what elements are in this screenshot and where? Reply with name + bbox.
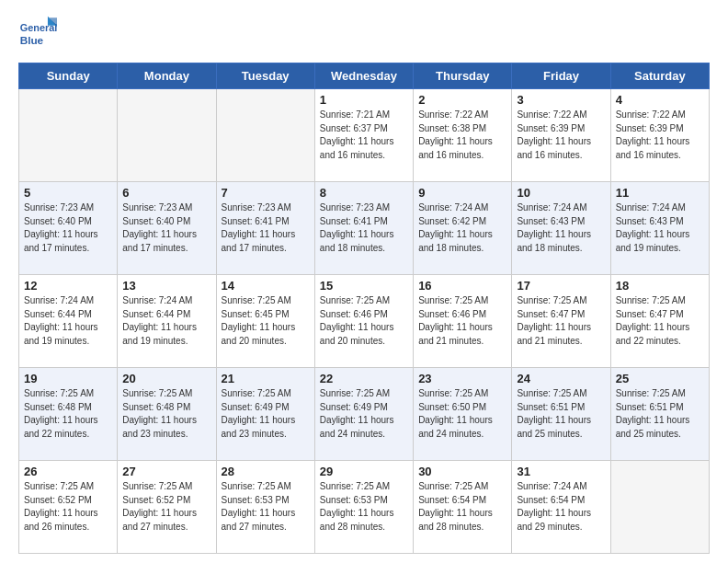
- day-info: Sunrise: 7:25 AMSunset: 6:51 PMDaylight:…: [517, 388, 591, 439]
- day-number: 12: [24, 279, 112, 293]
- day-info: Sunrise: 7:25 AMSunset: 6:51 PMDaylight:…: [616, 388, 690, 439]
- day-info: Sunrise: 7:23 AMSunset: 6:40 PMDaylight:…: [24, 202, 98, 253]
- day-number: 8: [320, 186, 408, 200]
- day-number: 10: [517, 186, 605, 200]
- calendar-day-cell: 16 Sunrise: 7:25 AMSunset: 6:46 PMDaylig…: [414, 275, 512, 368]
- calendar-day-cell: 22 Sunrise: 7:25 AMSunset: 6:49 PMDaylig…: [314, 368, 413, 461]
- calendar-week-row: 26 Sunrise: 7:25 AMSunset: 6:52 PMDaylig…: [19, 461, 710, 554]
- calendar-day-cell: 5 Sunrise: 7:23 AMSunset: 6:40 PMDayligh…: [19, 182, 118, 275]
- calendar-day-cell: 2 Sunrise: 7:22 AMSunset: 6:38 PMDayligh…: [414, 89, 512, 182]
- calendar-day-cell: 23 Sunrise: 7:25 AMSunset: 6:50 PMDaylig…: [414, 368, 512, 461]
- day-number: 5: [24, 186, 112, 200]
- day-info: Sunrise: 7:25 AMSunset: 6:47 PMDaylight:…: [616, 295, 690, 346]
- calendar-day-cell: 6 Sunrise: 7:23 AMSunset: 6:40 PMDayligh…: [118, 182, 216, 275]
- calendar-day-cell: 8 Sunrise: 7:23 AMSunset: 6:41 PMDayligh…: [314, 182, 413, 275]
- day-number: 3: [517, 93, 605, 107]
- calendar-day-cell: 17 Sunrise: 7:25 AMSunset: 6:47 PMDaylig…: [512, 275, 610, 368]
- day-info: Sunrise: 7:25 AMSunset: 6:49 PMDaylight:…: [320, 388, 394, 439]
- day-info: Sunrise: 7:22 AMSunset: 6:39 PMDaylight:…: [616, 109, 690, 160]
- day-info: Sunrise: 7:25 AMSunset: 6:50 PMDaylight:…: [418, 388, 493, 439]
- calendar-header-cell: Tuesday: [216, 63, 314, 89]
- calendar-body: 1 Sunrise: 7:21 AMSunset: 6:37 PMDayligh…: [19, 89, 710, 554]
- day-info: Sunrise: 7:23 AMSunset: 6:40 PMDaylight:…: [122, 202, 197, 253]
- calendar-day-cell: 25 Sunrise: 7:25 AMSunset: 6:51 PMDaylig…: [610, 368, 709, 461]
- day-number: 18: [616, 279, 704, 293]
- logo: General Blue: [18, 15, 59, 53]
- day-number: 21: [222, 372, 310, 385]
- calendar-day-cell: 3 Sunrise: 7:22 AMSunset: 6:39 PMDayligh…: [512, 89, 610, 182]
- day-info: Sunrise: 7:21 AMSunset: 6:37 PMDaylight:…: [320, 109, 394, 160]
- day-info: Sunrise: 7:24 AMSunset: 6:44 PMDaylight:…: [122, 295, 197, 346]
- day-info: Sunrise: 7:25 AMSunset: 6:53 PMDaylight:…: [320, 481, 394, 532]
- calendar-day-cell: 15 Sunrise: 7:25 AMSunset: 6:46 PMDaylig…: [314, 275, 413, 368]
- calendar-day-cell: 10 Sunrise: 7:24 AMSunset: 6:43 PMDaylig…: [512, 182, 610, 275]
- calendar-day-cell: [118, 89, 216, 182]
- calendar-day-cell: 13 Sunrise: 7:24 AMSunset: 6:44 PMDaylig…: [118, 275, 216, 368]
- calendar-header-row: SundayMondayTuesdayWednesdayThursdayFrid…: [19, 63, 710, 89]
- page: General Blue SundayMondayTuesdayWednesda…: [0, 0, 728, 563]
- calendar-day-cell: 11 Sunrise: 7:24 AMSunset: 6:43 PMDaylig…: [610, 182, 709, 275]
- day-info: Sunrise: 7:25 AMSunset: 6:49 PMDaylight:…: [222, 388, 296, 439]
- calendar-header-cell: Thursday: [414, 63, 512, 89]
- calendar-header-cell: Sunday: [19, 63, 118, 89]
- day-number: 27: [122, 465, 210, 478]
- day-info: Sunrise: 7:25 AMSunset: 6:52 PMDaylight:…: [24, 481, 98, 532]
- day-number: 6: [122, 186, 210, 200]
- day-info: Sunrise: 7:25 AMSunset: 6:53 PMDaylight:…: [222, 481, 296, 532]
- calendar-day-cell: 4 Sunrise: 7:22 AMSunset: 6:39 PMDayligh…: [610, 89, 709, 182]
- day-number: 1: [320, 93, 408, 107]
- calendar-day-cell: 27 Sunrise: 7:25 AMSunset: 6:52 PMDaylig…: [118, 461, 216, 554]
- day-number: 9: [418, 186, 506, 200]
- day-number: 14: [222, 279, 310, 293]
- calendar-day-cell: 1 Sunrise: 7:21 AMSunset: 6:37 PMDayligh…: [314, 89, 413, 182]
- header: General Blue: [18, 15, 710, 53]
- calendar-day-cell: 9 Sunrise: 7:24 AMSunset: 6:42 PMDayligh…: [414, 182, 512, 275]
- day-number: 30: [418, 465, 506, 478]
- day-info: Sunrise: 7:25 AMSunset: 6:46 PMDaylight:…: [418, 295, 493, 346]
- day-number: 15: [320, 279, 408, 293]
- calendar-day-cell: 20 Sunrise: 7:25 AMSunset: 6:48 PMDaylig…: [118, 368, 216, 461]
- day-number: 11: [616, 186, 704, 200]
- day-info: Sunrise: 7:25 AMSunset: 6:45 PMDaylight:…: [222, 295, 296, 346]
- day-number: 29: [320, 465, 408, 478]
- day-info: Sunrise: 7:24 AMSunset: 6:43 PMDaylight:…: [517, 202, 591, 253]
- day-number: 25: [616, 372, 704, 385]
- day-number: 22: [320, 372, 408, 385]
- calendar-week-row: 19 Sunrise: 7:25 AMSunset: 6:48 PMDaylig…: [19, 368, 710, 461]
- day-info: Sunrise: 7:25 AMSunset: 6:47 PMDaylight:…: [517, 295, 591, 346]
- day-number: 4: [616, 93, 704, 107]
- calendar-table: SundayMondayTuesdayWednesdayThursdayFrid…: [18, 63, 710, 554]
- calendar-day-cell: [610, 461, 709, 554]
- day-number: 2: [418, 93, 506, 107]
- day-number: 20: [122, 372, 210, 385]
- day-number: 26: [24, 465, 112, 478]
- day-number: 28: [222, 465, 310, 478]
- day-number: 31: [517, 465, 605, 478]
- day-info: Sunrise: 7:25 AMSunset: 6:48 PMDaylight:…: [122, 388, 197, 439]
- day-number: 7: [222, 186, 310, 200]
- calendar-day-cell: [216, 89, 314, 182]
- calendar-day-cell: 29 Sunrise: 7:25 AMSunset: 6:53 PMDaylig…: [314, 461, 413, 554]
- calendar-header-cell: Wednesday: [314, 63, 413, 89]
- day-info: Sunrise: 7:25 AMSunset: 6:52 PMDaylight:…: [122, 481, 197, 532]
- svg-text:Blue: Blue: [20, 34, 44, 46]
- calendar-day-cell: 28 Sunrise: 7:25 AMSunset: 6:53 PMDaylig…: [216, 461, 314, 554]
- calendar-header-cell: Saturday: [610, 63, 709, 89]
- day-number: 19: [24, 372, 112, 385]
- day-info: Sunrise: 7:23 AMSunset: 6:41 PMDaylight:…: [222, 202, 296, 253]
- calendar-header-cell: Friday: [512, 63, 610, 89]
- calendar-day-cell: 19 Sunrise: 7:25 AMSunset: 6:48 PMDaylig…: [19, 368, 118, 461]
- day-info: Sunrise: 7:22 AMSunset: 6:38 PMDaylight:…: [418, 109, 493, 160]
- calendar-week-row: 5 Sunrise: 7:23 AMSunset: 6:40 PMDayligh…: [19, 182, 710, 275]
- calendar-day-cell: 21 Sunrise: 7:25 AMSunset: 6:49 PMDaylig…: [216, 368, 314, 461]
- day-info: Sunrise: 7:25 AMSunset: 6:46 PMDaylight:…: [320, 295, 394, 346]
- calendar-day-cell: 18 Sunrise: 7:25 AMSunset: 6:47 PMDaylig…: [610, 275, 709, 368]
- day-info: Sunrise: 7:24 AMSunset: 6:54 PMDaylight:…: [517, 481, 591, 532]
- day-info: Sunrise: 7:25 AMSunset: 6:48 PMDaylight:…: [24, 388, 98, 439]
- calendar-day-cell: 7 Sunrise: 7:23 AMSunset: 6:41 PMDayligh…: [216, 182, 314, 275]
- calendar-day-cell: 14 Sunrise: 7:25 AMSunset: 6:45 PMDaylig…: [216, 275, 314, 368]
- day-info: Sunrise: 7:24 AMSunset: 6:42 PMDaylight:…: [418, 202, 493, 253]
- calendar-day-cell: 12 Sunrise: 7:24 AMSunset: 6:44 PMDaylig…: [19, 275, 118, 368]
- day-info: Sunrise: 7:24 AMSunset: 6:44 PMDaylight:…: [24, 295, 98, 346]
- calendar-header-cell: Monday: [118, 63, 216, 89]
